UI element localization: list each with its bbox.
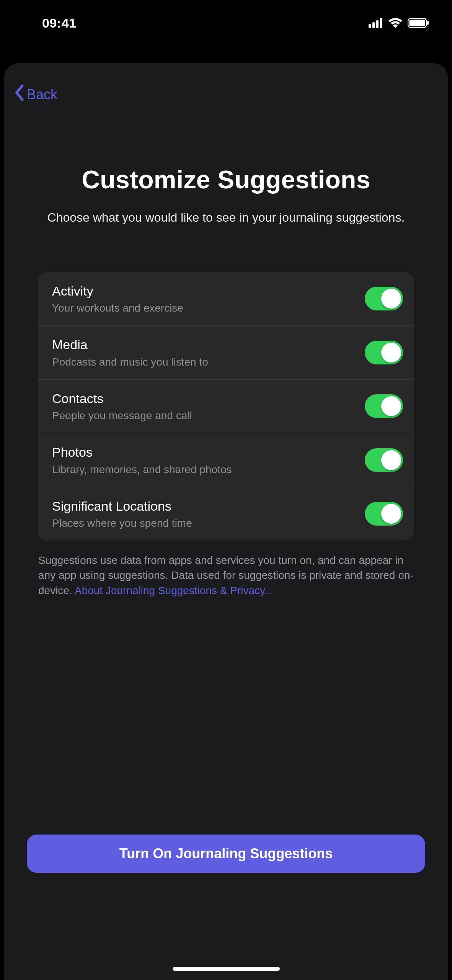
page-title: Customize Suggestions — [27, 165, 425, 194]
settings-group: Activity Your workouts and exercise Medi… — [38, 272, 414, 541]
svg-rect-0 — [369, 24, 371, 28]
row-subtitle: Podcasts and music you listen to — [52, 355, 365, 369]
row-subtitle: Places where you spend time — [52, 516, 365, 530]
footer-text: Suggestions use data from apps and servi… — [38, 553, 414, 598]
device-screen: 09:41 — [0, 0, 452, 980]
status-icons — [369, 18, 429, 28]
row-text: Contacts People you message and call — [52, 390, 365, 423]
toggle-activity[interactable] — [365, 287, 403, 310]
header: Customize Suggestions Choose what you wo… — [15, 165, 437, 226]
toggle-contacts[interactable] — [365, 394, 403, 418]
toggle-knob — [381, 450, 401, 470]
toggle-significant-locations[interactable] — [365, 502, 403, 526]
row-contacts: Contacts People you message and call — [38, 380, 414, 434]
privacy-link[interactable]: About Journaling Suggestions & Privacy..… — [75, 585, 273, 596]
wifi-icon — [388, 18, 402, 28]
sheet: Back Customize Suggestions Choose what y… — [4, 63, 448, 980]
svg-rect-6 — [427, 21, 429, 25]
chevron-left-icon — [14, 85, 24, 104]
row-title: Activity — [52, 283, 365, 299]
status-bar: 09:41 — [0, 0, 452, 46]
toggle-knob — [381, 343, 401, 363]
svg-rect-5 — [410, 20, 425, 26]
toggle-photos[interactable] — [365, 448, 403, 472]
row-text: Photos Library, memories, and shared pho… — [52, 444, 365, 476]
svg-rect-1 — [372, 22, 375, 28]
row-media: Media Podcasts and music you listen to — [38, 326, 414, 380]
toggle-knob — [381, 396, 401, 416]
row-subtitle: Library, memories, and shared photos — [52, 463, 365, 476]
row-subtitle: Your workouts and exercise — [52, 301, 365, 315]
row-text: Activity Your workouts and exercise — [52, 283, 365, 315]
row-title: Significant Locations — [52, 498, 365, 514]
cellular-icon — [369, 18, 383, 28]
status-time: 09:41 — [42, 16, 76, 31]
page-subtitle: Choose what you would like to see in you… — [27, 209, 425, 226]
row-subtitle: People you message and call — [52, 409, 365, 422]
row-significant-locations: Significant Locations Places where you s… — [38, 487, 414, 541]
row-title: Photos — [52, 444, 365, 461]
toggle-media[interactable] — [365, 341, 403, 364]
home-indicator[interactable] — [173, 967, 280, 971]
back-label: Back — [27, 87, 57, 103]
battery-icon — [408, 18, 429, 28]
row-activity: Activity Your workouts and exercise — [38, 272, 414, 326]
svg-rect-2 — [376, 20, 379, 28]
row-text: Significant Locations Places where you s… — [52, 498, 365, 530]
row-photos: Photos Library, memories, and shared pho… — [38, 433, 414, 487]
row-title: Media — [52, 336, 365, 353]
back-button[interactable]: Back — [14, 63, 61, 108]
toggle-knob — [381, 504, 401, 524]
row-title: Contacts — [52, 390, 365, 407]
toggle-knob — [381, 289, 401, 309]
turn-on-button[interactable]: Turn On Journaling Suggestions — [27, 835, 425, 873]
turn-on-button-label: Turn On Journaling Suggestions — [119, 846, 333, 862]
row-text: Media Podcasts and music you listen to — [52, 336, 365, 369]
svg-rect-3 — [380, 18, 382, 28]
